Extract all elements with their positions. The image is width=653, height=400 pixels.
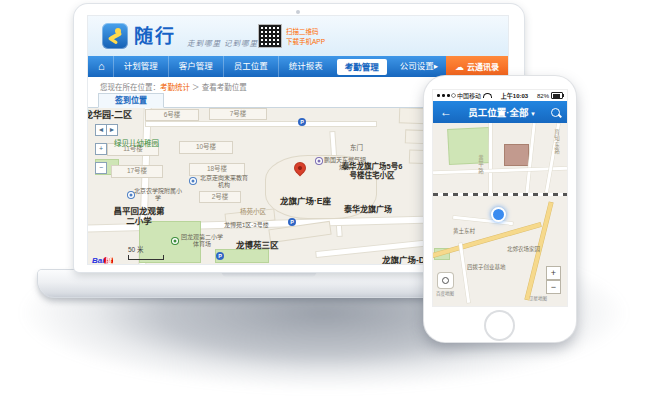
map-label-east-gate: 东门	[350, 144, 363, 152]
map-label-taihua5: 泰华龙旗广场5号6号楼住宅小区	[338, 162, 406, 180]
building-label: 6号楼	[146, 110, 198, 120]
caret-right-icon: ▸	[434, 61, 438, 71]
building-label: 10号楼	[180, 142, 232, 153]
map-label-yangyuan: 杨苑小区	[240, 208, 266, 216]
pan-right-button[interactable]: ►	[107, 125, 117, 135]
map-label-farm: 北郊农场家园	[507, 245, 540, 253]
pan-left-button[interactable]: ◄	[96, 125, 106, 135]
map-road	[489, 123, 492, 195]
tab-signin-location[interactable]: 签到位置	[98, 93, 164, 108]
battery-icon	[551, 92, 563, 99]
map-label-edu: 北京走向未来教育机构	[198, 175, 250, 189]
phone-status-bar: 中国移动 上午10:03 82%	[433, 90, 567, 101]
breadcrumb-link-attendance-stats[interactable]: 考勤统计	[160, 83, 190, 92]
map-attribution: 百度地图	[436, 290, 454, 296]
nav-item-plan[interactable]: 计划管理	[113, 56, 168, 77]
breadcrumb-separator: ＞	[192, 83, 200, 92]
status-time: 上午10:03	[494, 91, 535, 100]
map-scale: 50 米	[128, 244, 164, 260]
map-zoom-control: ◄► + −	[96, 118, 120, 175]
building-label: 2号楼	[200, 192, 240, 202]
screenshot-canvas: 随行 走到哪里 记到哪里 扫描二维码 下载手机APP ⌂ 计划管理 客户管理 员…	[0, 0, 653, 400]
back-arrow-icon[interactable]: ←	[440, 105, 452, 119]
runner-logo-icon	[102, 23, 128, 49]
qr-caption: 扫描二维码 下载手机APP	[286, 27, 325, 47]
signal-dot-icon	[442, 94, 445, 97]
signal-dot-icon	[452, 94, 455, 97]
employee-location-title-dropdown[interactable]: 员工位置·全部 ▾	[452, 105, 551, 119]
qr-caption-line1: 扫描二维码	[286, 27, 325, 37]
phone-map[interactable]: 育知东路 黄平路 黄土东村 北郊农场家园 四拨子创业基地 百度地图 + − 卫星…	[433, 123, 567, 306]
building-label: 18号楼	[190, 164, 244, 175]
wifi-icon	[483, 93, 492, 98]
cloud-icon: ☁	[455, 62, 464, 72]
poi-icon	[172, 238, 178, 244]
zoom-out-button[interactable]: −	[96, 163, 106, 173]
app-header: 随行 走到哪里 记到哪里 扫描二维码 下载手机APP	[88, 16, 508, 57]
current-location-dot	[491, 207, 506, 222]
signal-dot-icon	[437, 94, 440, 97]
nav-item-customers[interactable]: 客户管理	[168, 56, 223, 77]
map-label-kindergarten: 绿贝儿幼稚园	[114, 139, 159, 148]
breadcrumb-current: 查看考勤位置	[202, 83, 247, 92]
map-road	[433, 167, 567, 175]
poi-icon	[190, 178, 196, 184]
locate-me-button[interactable]	[438, 273, 453, 288]
building-label: 7号楼	[210, 109, 266, 119]
parking-icon: P	[298, 118, 306, 126]
map-label-road: 黄平路	[477, 155, 485, 175]
company-settings-label: 公司设置	[400, 61, 434, 71]
map-road	[459, 243, 470, 303]
chevron-down-icon: ▾	[531, 110, 535, 117]
breadcrumb-prefix: 您现在所在位置：	[100, 83, 160, 92]
phone-frame: 中国移动 上午10:03 82% ← 员工位置·全部 ▾	[424, 76, 576, 342]
company-settings-button[interactable]: 公司设置▸	[392, 56, 446, 77]
search-icon[interactable]	[551, 108, 560, 117]
carrier-label: 中国移动	[457, 91, 481, 100]
map-label-taihua: 泰华龙旗广场	[344, 205, 392, 215]
map-label-road: 育知东路	[553, 129, 561, 155]
baidu-logo: Bai度	[92, 255, 113, 264]
map-layer-label: 卫星地图	[529, 295, 547, 301]
baidu-logo-du: 度	[104, 257, 113, 264]
zoom-in-button[interactable]: +	[96, 144, 106, 154]
map-label-agri-school: 北京农学院附属小学	[134, 188, 182, 202]
map-road	[146, 122, 376, 126]
parking-icon: P	[288, 218, 296, 226]
main-nav-bar: ⌂ 计划管理 客户管理 员工位置 统计报表 考勤管理 公司设置▸ ☁ 云通讯录	[88, 56, 508, 77]
runner-leg	[108, 37, 118, 45]
qr-caption-line2: 下载手机APP	[286, 37, 325, 47]
map-label-stadium: 回龙观第二小学体育场	[180, 234, 224, 248]
map-main-road	[433, 223, 541, 260]
map-label-village: 黄土东村	[453, 227, 475, 235]
map-scale-text: 50 米	[128, 246, 144, 253]
railway-line	[433, 193, 567, 196]
home-icon[interactable]: ⌂	[88, 56, 113, 77]
map-label-longboyuan3: 龙博苑三区	[236, 240, 279, 250]
zoom-in-button[interactable]: +	[547, 267, 560, 279]
map-scale-bar	[128, 255, 164, 260]
app-tagline: 走到哪里 记到哪里	[187, 37, 258, 48]
phone-title-text: 员工位置·全部	[468, 107, 528, 118]
nav-item-reports[interactable]: 统计报表	[278, 56, 333, 77]
zoom-out-button[interactable]: −	[547, 281, 560, 293]
parking-icon: P	[216, 252, 224, 260]
qr-code	[258, 24, 282, 48]
nav-item-attendance[interactable]: 考勤管理	[337, 59, 387, 75]
phone-screen: 中国移动 上午10:03 82% ← 员工位置·全部 ▾	[433, 90, 567, 306]
map-label-plaza-e: 龙旗广场·E座	[280, 196, 331, 206]
poi-icon	[316, 158, 322, 164]
nav-item-employee-location[interactable]: 员工位置	[223, 56, 278, 77]
map-label-base: 四拨子创业基地	[467, 263, 506, 271]
battery-percent: 82%	[537, 93, 549, 99]
map-building-block	[505, 145, 528, 165]
signal-dot-icon	[447, 94, 450, 97]
home-button[interactable]	[486, 312, 513, 339]
phone-nav-bar: ← 员工位置·全部 ▾	[433, 101, 567, 123]
cloud-contacts-label: 云通讯录	[467, 61, 499, 72]
map-label-school2: 昌平回龙观第二小学	[110, 206, 168, 226]
baidu-logo-bai: Bai	[92, 256, 104, 264]
cloud-contacts-button[interactable]: ☁ 云通讯录	[446, 56, 508, 77]
app-logo-text: 随行	[134, 21, 176, 48]
map-label-longboyuan1: 龙博苑1区-3号楼	[224, 222, 269, 229]
